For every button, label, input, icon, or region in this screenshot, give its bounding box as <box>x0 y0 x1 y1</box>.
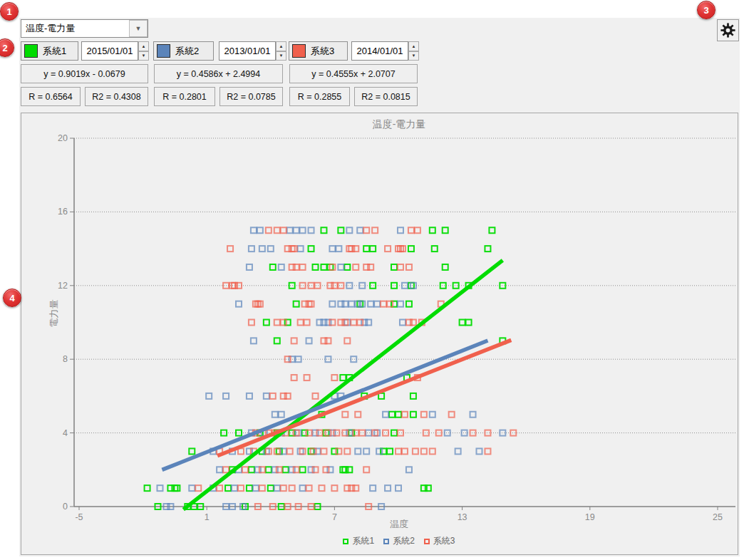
y-tick-label: 16 <box>58 207 68 217</box>
scatter-point-series1 <box>453 283 459 289</box>
scatter-point-series1 <box>466 320 472 326</box>
annotation-badge-2: 2 <box>0 38 14 57</box>
scatter-point-series2 <box>253 485 259 491</box>
scatter-point-series3 <box>430 448 435 454</box>
scatter-point-series2 <box>338 264 343 270</box>
scatter-point-series1 <box>321 264 326 270</box>
scatter-point-series3 <box>402 412 408 418</box>
scatter-point-series1 <box>274 338 280 343</box>
scatter-point-series1 <box>410 393 416 399</box>
scatter-point-series2 <box>223 393 229 399</box>
spin-up-icon[interactable]: ▲ <box>276 41 286 51</box>
series2-button[interactable]: 系統2 <box>153 41 214 61</box>
scatter-point-series2 <box>355 448 361 454</box>
series3-date-field[interactable]: 2014/01/01 <box>351 41 408 61</box>
scatter-point-series1 <box>225 485 231 491</box>
scatter-point-series2 <box>232 485 237 491</box>
chevron-down-icon[interactable]: ▼ <box>129 20 148 37</box>
series2-legend-marker-icon <box>383 539 389 544</box>
spin-down-icon[interactable]: ▼ <box>276 51 286 61</box>
annotation-badge-4: 4 <box>3 289 21 307</box>
scatter-point-series1 <box>357 301 363 307</box>
spin-down-icon[interactable]: ▼ <box>408 51 419 61</box>
scatter-point-series3 <box>315 283 321 289</box>
scatter-point-series3 <box>309 301 314 307</box>
scatter-point-series1 <box>408 283 414 289</box>
settings-button[interactable] <box>717 19 739 41</box>
scatter-point-series2 <box>374 301 380 307</box>
scatter-point-series1 <box>289 283 295 289</box>
series1-button[interactable]: 系統1 <box>21 41 78 61</box>
scatter-point-series1 <box>460 320 465 326</box>
series3-label: 系統3 <box>311 45 334 58</box>
series3-button[interactable]: 系統3 <box>289 41 348 61</box>
scatter-point-series1 <box>338 227 343 233</box>
scatter-point-series2 <box>346 283 352 289</box>
series2-date-spinner: ▲ ▼ <box>276 41 286 61</box>
scatter-point-series3 <box>266 227 272 233</box>
scatter-point-series1 <box>309 246 314 252</box>
spin-up-icon[interactable]: ▲ <box>138 41 149 51</box>
metric-selector-combobox[interactable]: 温度-電力量 ▼ <box>21 19 148 38</box>
scatter-point-series3 <box>485 430 490 436</box>
scatter-point-series1 <box>268 485 274 491</box>
scatter-point-series3 <box>281 227 286 233</box>
scatter-point-series3 <box>342 412 348 418</box>
scatter-point-series3 <box>421 412 427 418</box>
series1-date-field[interactable]: 2015/01/01 <box>81 41 138 61</box>
scatter-point-series3 <box>291 375 297 380</box>
x-tick-label: 25 <box>713 512 723 522</box>
scatter-point-series3 <box>313 393 319 399</box>
scatter-point-series2 <box>268 246 274 252</box>
scatter-point-series3 <box>249 320 254 326</box>
scatter-point-series2 <box>298 448 304 454</box>
scatter-point-series3 <box>363 467 369 472</box>
scatter-point-series3 <box>485 448 490 454</box>
scatter-point-series3 <box>363 227 369 233</box>
scatter-point-series1 <box>443 264 448 270</box>
scatter-point-series2 <box>455 448 461 454</box>
scatter-point-series2 <box>500 430 505 436</box>
legend-item-series2: 系統2 <box>383 535 415 547</box>
scatter-point-series2 <box>329 301 335 307</box>
scatter-point-series2 <box>400 320 405 326</box>
scatter-point-series3 <box>351 320 356 326</box>
spin-up-icon[interactable]: ▲ <box>408 41 419 51</box>
scatter-point-series3 <box>304 320 310 326</box>
scatter-point-series1 <box>327 264 333 270</box>
scatter-point-series2 <box>274 485 280 491</box>
scatter-point-series3 <box>398 430 403 436</box>
scatter-plot: 048121620-517131925 <box>21 113 738 554</box>
scatter-point-series2 <box>370 485 376 491</box>
scatter-point-series3 <box>344 338 350 343</box>
scatter-point-series3 <box>359 430 365 436</box>
scatter-point-series1 <box>410 412 416 418</box>
scatter-point-series2 <box>385 485 391 491</box>
series2-label: 系統2 <box>175 45 199 58</box>
scatter-point-series3 <box>274 227 280 233</box>
scatter-point-series2 <box>406 467 412 472</box>
scatter-point-series2 <box>306 338 312 343</box>
scatter-point-series1 <box>370 283 376 289</box>
scatter-point-series3 <box>329 264 335 270</box>
spin-down-icon[interactable]: ▼ <box>138 51 149 61</box>
scatter-point-series3 <box>242 467 248 472</box>
scatter-point-series2 <box>300 227 306 233</box>
scatter-point-series3 <box>372 227 378 233</box>
scatter-point-series3 <box>300 448 306 454</box>
scatter-point-series2 <box>217 467 222 472</box>
scatter-point-series2 <box>470 412 476 418</box>
scatter-point-series2 <box>325 356 331 362</box>
series2-date-field[interactable]: 2013/01/01 <box>219 41 276 61</box>
scatter-point-series2 <box>398 301 403 307</box>
scatter-point-series2 <box>476 448 482 454</box>
scatter-point-series2 <box>363 448 369 454</box>
scatter-point-series1 <box>300 467 306 472</box>
scatter-point-series1 <box>340 375 346 380</box>
scatter-point-series1 <box>344 264 350 270</box>
y-tick-label: 0 <box>63 502 68 512</box>
scatter-point-series3 <box>383 430 388 436</box>
regression1-equation: y = 0.9019x - 0.0679 <box>21 64 148 83</box>
scatter-point-series2 <box>251 227 257 233</box>
scatter-point-series3 <box>449 412 455 418</box>
